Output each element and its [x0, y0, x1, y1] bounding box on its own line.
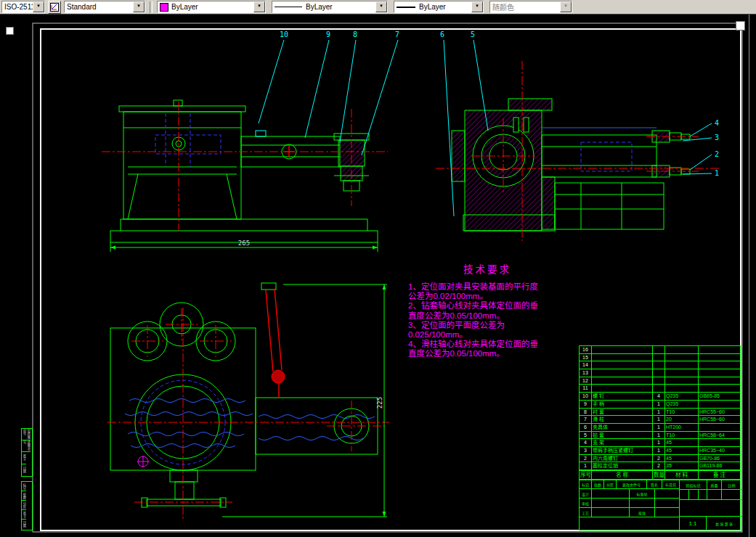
part-qty — [653, 369, 665, 377]
tech-requirement-line: 0.025/100mm。 — [408, 330, 566, 340]
part-qty: 1 — [653, 424, 665, 431]
margin-cell: 日期 — [22, 520, 26, 529]
part-num: 14 — [580, 361, 592, 369]
part-qty: 4 — [653, 393, 665, 400]
margin-cell: 日期 — [22, 464, 26, 476]
side-view: 10 9 8 7 265 — [102, 30, 399, 252]
part-name — [592, 354, 653, 361]
part-name — [592, 346, 653, 353]
linetype-combo[interactable]: ByLayer ▼ — [272, 1, 388, 13]
chevron-down-icon[interactable]: ▼ — [133, 1, 145, 12]
part-name — [592, 385, 653, 392]
chevron-down-icon[interactable]: ▼ — [33, 1, 44, 12]
part-name — [592, 377, 653, 385]
part-material: 45 — [665, 439, 699, 446]
part-num: 8 — [580, 409, 592, 416]
dimstyle-dialog-button[interactable] — [48, 1, 61, 14]
part-material: 20 — [665, 416, 699, 423]
title-cell-name-zone — [580, 517, 680, 530]
drawing-canvas[interactable]: 10 9 8 7 265 — [0, 15, 756, 537]
tech-requirement-line: 直度公差为0.05/100mm。 — [408, 349, 566, 358]
part-name: 内六角螺钉 — [592, 455, 653, 462]
part-num: 3 — [580, 447, 592, 454]
part-material: HT200 — [665, 424, 699, 431]
chevron-down-icon[interactable]: ▼ — [253, 1, 265, 12]
margin-cell: 分区 — [22, 501, 26, 510]
title-cell-sheets: 共 张 第 张 — [707, 517, 741, 530]
part-note: GB70-86 — [699, 455, 740, 462]
title-cell — [655, 508, 680, 517]
part-qty — [653, 377, 665, 385]
lineweight-combo[interactable]: ByLayer ▼ — [394, 1, 484, 13]
parts-row: 11 — [580, 385, 740, 393]
part-num: 11 — [580, 385, 592, 392]
datum-symbol — [137, 456, 149, 467]
part-material — [665, 385, 699, 392]
plotstyle-combo: 随颜色 ▼ — [489, 1, 572, 13]
parts-row: 4 支 架 1 45 — [580, 439, 740, 447]
title-cell-design: 设计 — [580, 489, 592, 499]
part-name: 螺 钉 — [592, 393, 653, 400]
part-note — [699, 401, 740, 408]
part-num: 1 — [580, 462, 592, 470]
part-note — [699, 369, 740, 377]
lineweight-value: ByLayer — [419, 3, 446, 11]
part-note — [699, 377, 740, 385]
parts-row: 7 滑 柱 1 20 HRC55~60 — [580, 416, 740, 424]
part-num: 7 — [580, 416, 592, 423]
color-value: ByLayer — [171, 3, 198, 11]
tech-requirement-line: 4、滑柱轴心线对夹具体定位面的垂 — [408, 340, 566, 349]
header-num: 序号 — [580, 471, 592, 480]
ui-handle-square-left[interactable] — [6, 27, 14, 35]
part-num: 16 — [580, 346, 592, 353]
balloon-10: 10 — [280, 30, 288, 38]
part-note: GB65-85 — [699, 393, 740, 400]
part-material — [665, 377, 699, 385]
title-cell — [592, 489, 630, 499]
margin-block-lower: 标记 处数 分区 签字 日期 — [21, 481, 33, 530]
part-qty: 1 — [653, 432, 665, 439]
chevron-down-icon[interactable]: ▼ — [375, 1, 387, 12]
margin-cell: 底图总号 — [22, 440, 31, 452]
title-cell-mass: 质量 — [707, 480, 722, 490]
part-qty: 1 — [653, 409, 665, 416]
title-cell: 更改文件号 — [617, 480, 647, 489]
part-qty: 2 — [653, 455, 665, 462]
dimstyle-combo[interactable]: ISO-25111 ▼ — [1, 1, 45, 13]
title-cell-drawing-no — [680, 500, 741, 517]
tech-requirements-title: 技术要求 — [408, 261, 566, 276]
parts-rows: 16 15 14 13 12 11 — [580, 346, 740, 470]
ui-handle-square-right[interactable] — [736, 21, 745, 30]
part-note — [699, 354, 740, 361]
sheet-current: 第 张 — [725, 521, 733, 526]
tech-requirements-lines: 1、定位面对夹具安装基面的平行度 公差为0.02/100mm。 2、钻套轴心线对… — [408, 282, 566, 359]
textstyle-combo[interactable]: Standard ▼ — [64, 1, 145, 13]
front-view: 225 — [107, 283, 389, 520]
parts-row: 13 — [580, 369, 740, 377]
dim-225: 225 — [376, 397, 383, 409]
title-cell: 处数 — [592, 480, 604, 489]
part-qty: 1 — [653, 416, 665, 423]
part-note: HRC55~60 — [699, 409, 740, 416]
title-cell-standard: 标准化 — [630, 489, 655, 499]
color-swatch — [160, 3, 168, 12]
color-combo[interactable]: ByLayer ▼ — [157, 1, 266, 13]
technical-requirements: 技术要求 1、定位面对夹具安装基面的平行度 公差为0.02/100mm。 2、钻… — [408, 261, 566, 359]
tech-requirement-line: 1、定位面对夹具安装基面的平行度 — [408, 282, 566, 292]
chevron-down-icon[interactable]: ▼ — [471, 1, 483, 12]
margin-cell: 签字 — [22, 510, 26, 520]
dim-265: 265 — [238, 239, 250, 247]
sheets-total: 共 张 — [715, 521, 723, 526]
parts-row: 9 手 柄 1 Q235 — [580, 401, 740, 409]
part-note: HRC58~64 — [699, 432, 740, 439]
hand-lever — [261, 283, 285, 398]
part-material: 45 — [665, 447, 699, 454]
part-num: 9 — [580, 401, 592, 408]
title-cell — [655, 489, 680, 499]
part-note — [699, 385, 740, 392]
part-material: T10 — [665, 409, 699, 416]
title-block: 标记 处数 分区 更改文件号 签名 年月日 设计 标准化 审核 工艺 批准 阶段… — [579, 480, 741, 530]
dimstyle-icon — [50, 3, 59, 12]
part-num: 6 — [580, 424, 592, 431]
part-name: 滑 柱 — [592, 416, 653, 423]
